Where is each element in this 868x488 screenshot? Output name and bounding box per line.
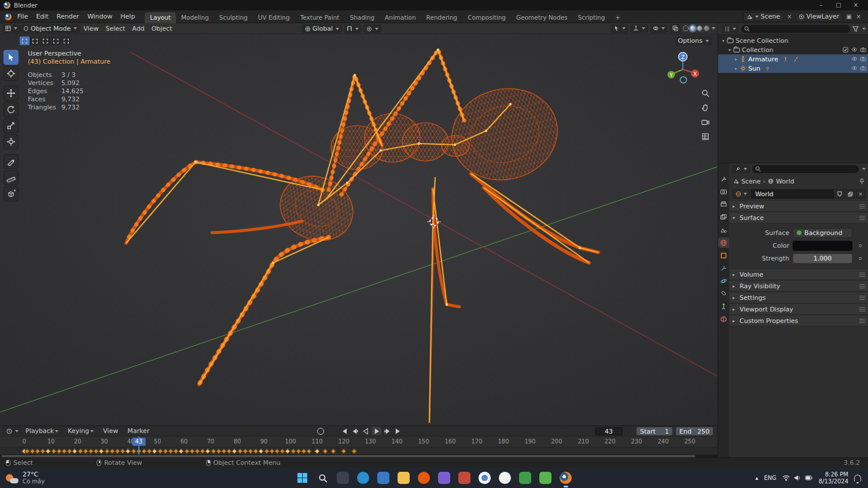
keyframe-track[interactable]	[0, 447, 718, 454]
select-mode-button-1[interactable]	[30, 36, 40, 45]
viewport-menu-view[interactable]: View	[80, 24, 102, 33]
keyframe-diamond[interactable]	[306, 448, 312, 454]
keyframe-diamond[interactable]	[314, 448, 320, 454]
app-menu-icon[interactable]	[5, 13, 12, 20]
timeline-menu-marker[interactable]: Marker	[123, 426, 153, 436]
shading-wireframe-button[interactable]	[683, 25, 689, 31]
frame-start-field[interactable]: Start 1	[637, 427, 672, 435]
tab-compositing[interactable]: Compositing	[462, 12, 511, 23]
tool-add-cube-button[interactable]	[3, 186, 19, 201]
weather-widget[interactable]: 27°C Có mây	[0, 471, 127, 485]
world-browse-button[interactable]	[733, 189, 750, 199]
frame-tick-220[interactable]: 220	[604, 438, 615, 445]
copy-datablock-button[interactable]	[845, 189, 855, 199]
properties-tab-material[interactable]	[718, 314, 729, 324]
breadcrumb-scene[interactable]: Scene	[741, 178, 761, 185]
properties-tab-world[interactable]	[718, 237, 729, 248]
menu-help[interactable]: Help	[116, 12, 139, 21]
shading-solid-button[interactable]	[690, 25, 696, 31]
taskbar-app-firefox[interactable]	[414, 468, 434, 488]
frame-tick-10[interactable]: 10	[47, 438, 55, 445]
disclosure-triangle-icon[interactable]: ▸	[733, 66, 739, 71]
breadcrumb-world[interactable]: World	[776, 178, 795, 185]
clock-widget[interactable]: 8:26 PM 8/13/2024	[819, 471, 848, 485]
tab-sculpting[interactable]: Sculpting	[214, 12, 253, 23]
tray-expand-button[interactable]: ▴	[755, 475, 758, 481]
camera-icon[interactable]	[860, 47, 866, 53]
light-icon[interactable]	[764, 65, 771, 72]
properties-tab-tool[interactable]	[718, 174, 729, 184]
keyframe-diamond[interactable]	[322, 448, 328, 454]
play-button[interactable]	[372, 427, 381, 435]
frame-tick-0[interactable]: 0	[23, 438, 26, 445]
select-mode-button-2[interactable]	[41, 36, 50, 45]
maximize-button[interactable]: □	[830, 0, 847, 10]
gizmo-z-label[interactable]: Z	[681, 54, 685, 60]
animate-property-dot[interactable]	[859, 257, 862, 260]
timeline-menu-playback[interactable]: Playback	[21, 426, 62, 436]
panel-header-custom-properties[interactable]: ▸Custom Properties	[729, 315, 868, 326]
select-mode-button-3[interactable]	[51, 36, 61, 45]
color-swatch-field[interactable]	[793, 241, 852, 251]
editor-type-button[interactable]	[2, 24, 20, 33]
tab-modeling[interactable]: Modeling	[176, 12, 214, 23]
jump-to-start-button[interactable]	[339, 427, 348, 435]
properties-tab-view-layer[interactable]	[718, 212, 729, 222]
properties-tab-modifiers[interactable]	[718, 263, 729, 273]
navigation-gizmo[interactable]: Z Y X	[664, 50, 701, 87]
panel-header-viewport-display[interactable]: ▸Viewport Display	[729, 303, 868, 315]
select-mode-button-0[interactable]	[20, 36, 30, 45]
eye-icon[interactable]	[851, 47, 858, 53]
tool-move-button[interactable]	[3, 86, 19, 101]
properties-editor-type-button[interactable]	[732, 165, 750, 174]
tab-geometry-nodes[interactable]: Geometry Nodes	[511, 12, 573, 23]
bone-icon[interactable]	[792, 56, 800, 63]
strength-number-field[interactable]: 1.000	[793, 254, 852, 263]
prev-keyframe-button[interactable]	[350, 427, 359, 435]
outliner-row-collection[interactable]: ▾Collection	[718, 45, 868, 54]
current-frame-field[interactable]: 43	[595, 427, 623, 435]
taskbar-app-media-player[interactable]	[454, 468, 475, 488]
xray-toggle[interactable]	[670, 24, 681, 33]
taskbar-app-chrome[interactable]	[475, 468, 495, 488]
viewlayer-selector[interactable]: ViewLayer	[795, 12, 843, 21]
frame-tick-60[interactable]: 60	[181, 438, 188, 445]
tool-cursor-button[interactable]	[3, 66, 19, 81]
frame-tick-210[interactable]: 210	[578, 438, 589, 445]
chevron-down-icon[interactable]	[862, 28, 866, 30]
panel-header-ray-visibility[interactable]: ▸Ray Visibility	[729, 280, 868, 292]
checkbox-icon[interactable]	[843, 47, 849, 53]
taskbar-app-file-explorer[interactable]	[393, 468, 414, 488]
orientation-selector[interactable]: Global	[302, 24, 342, 33]
viewport-menu-add[interactable]: Add	[128, 24, 148, 33]
properties-tab-constraints[interactable]	[718, 288, 729, 299]
frame-tick-240[interactable]: 240	[657, 438, 668, 445]
scene-selector[interactable]: Scene	[743, 12, 784, 21]
camera-view-icon[interactable]	[700, 117, 711, 127]
properties-tab-render[interactable]	[718, 186, 729, 197]
taskbar-app-blender[interactable]	[556, 468, 576, 488]
shading-material-button[interactable]	[697, 25, 703, 31]
frame-tick-70[interactable]: 70	[207, 438, 215, 445]
tool-measure-button[interactable]	[3, 170, 19, 185]
pan-hand-icon[interactable]	[700, 102, 711, 113]
minimize-button[interactable]: –	[812, 0, 830, 10]
viewport-menu-object[interactable]: Object	[148, 24, 176, 33]
tool-transform-button[interactable]	[3, 134, 19, 149]
tool-annotate-button[interactable]	[3, 154, 19, 169]
playhead-frame-label[interactable]: 43	[132, 438, 145, 446]
viewport-menu-select[interactable]: Select	[102, 24, 128, 33]
surface-type-dropdown[interactable]: Background	[793, 228, 852, 238]
viewlayer-remove-button[interactable]: ×	[855, 13, 862, 20]
eye-icon[interactable]	[851, 56, 858, 62]
frame-tick-100[interactable]: 100	[285, 438, 296, 445]
frame-tick-170[interactable]: 170	[471, 438, 482, 445]
taskbar-app-search[interactable]	[312, 468, 333, 488]
menu-window[interactable]: Window	[83, 12, 116, 21]
tab-texture-paint[interactable]: Texture Paint	[295, 12, 345, 23]
scene-unlink-button[interactable]: ×	[786, 13, 793, 20]
panel-header-settings[interactable]: ▸Settings	[729, 292, 868, 303]
viewlayer-copy-button[interactable]: ▣	[845, 13, 852, 20]
frame-tick-80[interactable]: 80	[234, 438, 241, 445]
menu-file[interactable]: File	[13, 12, 32, 21]
